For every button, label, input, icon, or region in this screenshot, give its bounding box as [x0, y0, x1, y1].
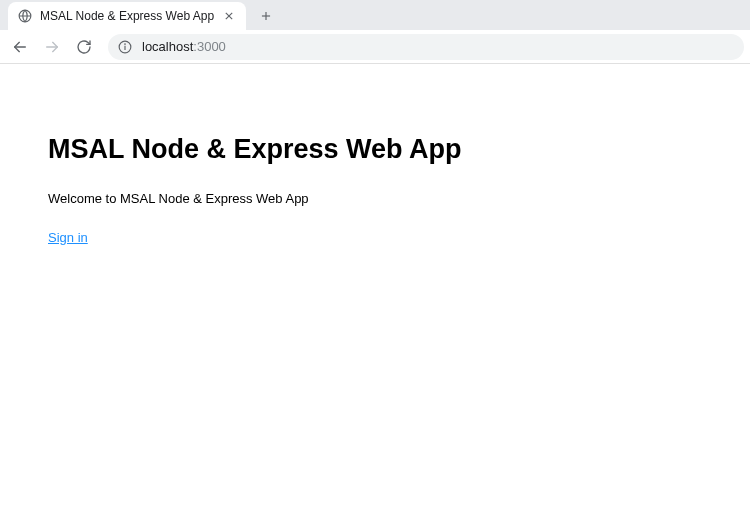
close-tab-button[interactable]	[222, 9, 236, 23]
reload-icon	[76, 39, 92, 55]
browser-tab[interactable]: MSAL Node & Express Web App	[8, 2, 246, 30]
url-port: :3000	[193, 39, 226, 54]
arrow-right-icon	[44, 39, 60, 55]
page-content: MSAL Node & Express Web App Welcome to M…	[0, 64, 750, 246]
info-icon	[118, 40, 132, 54]
tab-title: MSAL Node & Express Web App	[40, 9, 214, 23]
plus-icon	[259, 9, 273, 23]
close-icon	[225, 12, 233, 20]
browser-toolbar: localhost:3000	[0, 30, 750, 64]
page-heading: MSAL Node & Express Web App	[48, 134, 750, 165]
reload-button[interactable]	[70, 33, 98, 61]
tab-strip: MSAL Node & Express Web App	[0, 0, 750, 30]
globe-icon	[18, 9, 32, 23]
address-bar[interactable]: localhost:3000	[108, 34, 744, 60]
forward-button[interactable]	[38, 33, 66, 61]
signin-link[interactable]: Sign in	[48, 230, 88, 245]
arrow-left-icon	[12, 39, 28, 55]
welcome-text: Welcome to MSAL Node & Express Web App	[48, 191, 750, 206]
site-info-button[interactable]	[118, 40, 132, 54]
url-host: localhost	[142, 39, 193, 54]
back-button[interactable]	[6, 33, 34, 61]
svg-point-9	[125, 43, 126, 44]
new-tab-button[interactable]	[252, 2, 280, 30]
